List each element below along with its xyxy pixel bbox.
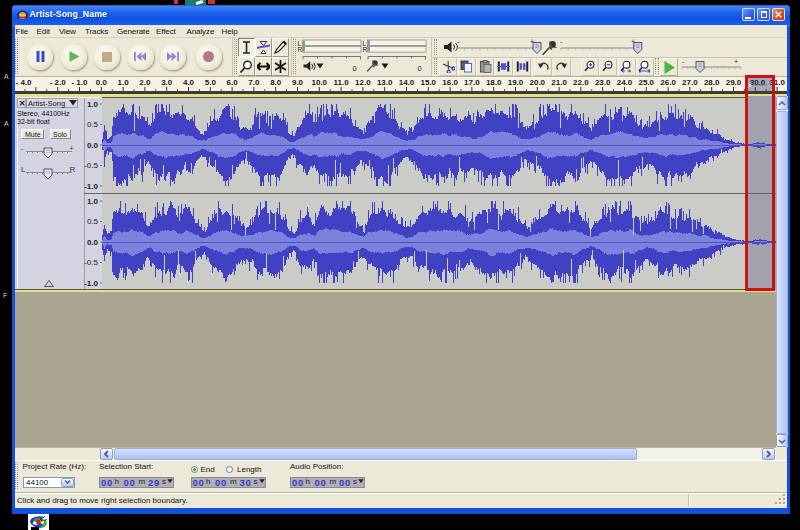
svg-text:2.0: 2.0 xyxy=(139,78,151,87)
svg-text:-1.0: -1.0 xyxy=(84,182,98,191)
svg-text:25.0: 25.0 xyxy=(639,78,655,87)
svg-text:21.0: 21.0 xyxy=(551,78,567,87)
svg-text:8.0: 8.0 xyxy=(270,78,282,87)
svg-text:19.0: 19.0 xyxy=(508,78,524,87)
svg-text:6.0: 6.0 xyxy=(227,78,239,87)
svg-text:0.5: 0.5 xyxy=(87,217,99,226)
svg-text:- 2.0: - 2.0 xyxy=(50,78,67,87)
svg-text:-: - xyxy=(682,58,685,65)
svg-text:29.0: 29.0 xyxy=(726,78,742,87)
svg-text:27.0: 27.0 xyxy=(682,78,698,87)
svg-text:23.0: 23.0 xyxy=(595,78,611,87)
svg-text:0.0: 0.0 xyxy=(96,78,108,87)
svg-text:R: R xyxy=(298,46,303,53)
svg-text:1.0: 1.0 xyxy=(118,78,130,87)
svg-text:0.0: 0.0 xyxy=(87,141,99,150)
svg-text:-1.0: -1.0 xyxy=(84,279,98,288)
svg-text:26.0: 26.0 xyxy=(660,78,676,87)
svg-text:- 1.0: - 1.0 xyxy=(71,78,88,87)
svg-text:3.0: 3.0 xyxy=(161,78,173,87)
svg-text:22.0: 22.0 xyxy=(573,78,589,87)
svg-text:0: 0 xyxy=(353,64,357,73)
svg-text:13.0: 13.0 xyxy=(377,78,393,87)
svg-text:-0.5: -0.5 xyxy=(84,258,98,267)
svg-text:7.0: 7.0 xyxy=(248,78,260,87)
svg-text:17.0: 17.0 xyxy=(464,78,480,87)
svg-text:1.0: 1.0 xyxy=(87,100,99,109)
svg-text:-: - xyxy=(457,39,460,45)
svg-text:10.0: 10.0 xyxy=(312,78,328,87)
svg-text:24.0: 24.0 xyxy=(617,78,633,87)
svg-text:0.5: 0.5 xyxy=(87,120,99,129)
svg-text:5.0: 5.0 xyxy=(205,78,217,87)
svg-text:R: R xyxy=(363,46,368,53)
svg-text:18.0: 18.0 xyxy=(486,78,502,87)
svg-text:9.0: 9.0 xyxy=(292,78,304,87)
svg-text:-: - xyxy=(560,39,563,45)
svg-text:0.0: 0.0 xyxy=(87,238,99,247)
svg-text:1.0: 1.0 xyxy=(87,197,99,206)
svg-text:20.0: 20.0 xyxy=(530,78,546,87)
svg-text:- 4.0: - 4.0 xyxy=(16,78,33,87)
svg-text:14.0: 14.0 xyxy=(399,78,415,87)
svg-text:28.0: 28.0 xyxy=(704,78,720,87)
svg-text:0: 0 xyxy=(418,64,422,73)
svg-text:-0.5: -0.5 xyxy=(84,161,98,170)
svg-text:+: + xyxy=(734,58,738,65)
svg-text:16.0: 16.0 xyxy=(442,78,458,87)
svg-text:12.0: 12.0 xyxy=(355,78,371,87)
svg-text:15.0: 15.0 xyxy=(421,78,437,87)
svg-text:11.0: 11.0 xyxy=(334,78,350,87)
svg-text:4.0: 4.0 xyxy=(183,78,195,87)
